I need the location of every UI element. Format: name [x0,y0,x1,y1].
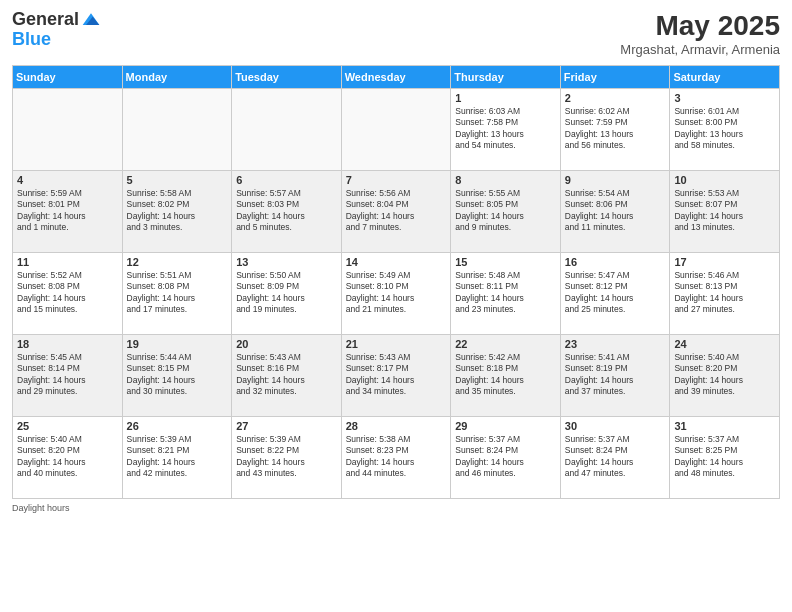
day-number: 1 [455,92,556,104]
day-info: Sunrise: 5:37 AMSunset: 8:24 PMDaylight:… [455,434,556,480]
day-info: Sunrise: 6:01 AMSunset: 8:00 PMDaylight:… [674,106,775,152]
table-row: 9Sunrise: 5:54 AMSunset: 8:06 PMDaylight… [560,171,670,253]
day-info: Sunrise: 5:48 AMSunset: 8:11 PMDaylight:… [455,270,556,316]
day-number: 2 [565,92,666,104]
day-info: Sunrise: 5:38 AMSunset: 8:23 PMDaylight:… [346,434,447,480]
day-number: 28 [346,420,447,432]
header-monday: Monday [122,66,232,89]
table-row: 6Sunrise: 5:57 AMSunset: 8:03 PMDaylight… [232,171,342,253]
day-number: 18 [17,338,118,350]
day-number: 29 [455,420,556,432]
table-row: 31Sunrise: 5:37 AMSunset: 8:25 PMDayligh… [670,417,780,499]
day-info: Sunrise: 5:50 AMSunset: 8:09 PMDaylight:… [236,270,337,316]
calendar-week-row: 11Sunrise: 5:52 AMSunset: 8:08 PMDayligh… [13,253,780,335]
table-row: 25Sunrise: 5:40 AMSunset: 8:20 PMDayligh… [13,417,123,499]
table-row: 26Sunrise: 5:39 AMSunset: 8:21 PMDayligh… [122,417,232,499]
day-number: 12 [127,256,228,268]
table-row: 8Sunrise: 5:55 AMSunset: 8:05 PMDaylight… [451,171,561,253]
day-info: Sunrise: 5:49 AMSunset: 8:10 PMDaylight:… [346,270,447,316]
calendar-week-row: 4Sunrise: 5:59 AMSunset: 8:01 PMDaylight… [13,171,780,253]
day-info: Sunrise: 6:02 AMSunset: 7:59 PMDaylight:… [565,106,666,152]
day-number: 8 [455,174,556,186]
day-number: 21 [346,338,447,350]
table-row [13,89,123,171]
day-number: 27 [236,420,337,432]
day-info: Sunrise: 5:37 AMSunset: 8:24 PMDaylight:… [565,434,666,480]
day-info: Sunrise: 5:39 AMSunset: 8:21 PMDaylight:… [127,434,228,480]
table-row: 3Sunrise: 6:01 AMSunset: 8:00 PMDaylight… [670,89,780,171]
header-friday: Friday [560,66,670,89]
day-info: Sunrise: 5:56 AMSunset: 8:04 PMDaylight:… [346,188,447,234]
day-number: 30 [565,420,666,432]
calendar-week-row: 18Sunrise: 5:45 AMSunset: 8:14 PMDayligh… [13,335,780,417]
header-saturday: Saturday [670,66,780,89]
title-block: May 2025 Mrgashat, Armavir, Armenia [620,10,780,57]
day-number: 22 [455,338,556,350]
day-number: 5 [127,174,228,186]
table-row: 27Sunrise: 5:39 AMSunset: 8:22 PMDayligh… [232,417,342,499]
day-info: Sunrise: 5:51 AMSunset: 8:08 PMDaylight:… [127,270,228,316]
day-number: 9 [565,174,666,186]
day-info: Sunrise: 5:43 AMSunset: 8:16 PMDaylight:… [236,352,337,398]
table-row: 28Sunrise: 5:38 AMSunset: 8:23 PMDayligh… [341,417,451,499]
day-info: Sunrise: 5:43 AMSunset: 8:17 PMDaylight:… [346,352,447,398]
day-number: 6 [236,174,337,186]
day-info: Sunrise: 5:47 AMSunset: 8:12 PMDaylight:… [565,270,666,316]
day-number: 19 [127,338,228,350]
table-row: 19Sunrise: 5:44 AMSunset: 8:15 PMDayligh… [122,335,232,417]
logo-icon [81,10,101,30]
header-thursday: Thursday [451,66,561,89]
table-row: 13Sunrise: 5:50 AMSunset: 8:09 PMDayligh… [232,253,342,335]
table-row: 22Sunrise: 5:42 AMSunset: 8:18 PMDayligh… [451,335,561,417]
header-sunday: Sunday [13,66,123,89]
day-info: Sunrise: 5:55 AMSunset: 8:05 PMDaylight:… [455,188,556,234]
table-row: 29Sunrise: 5:37 AMSunset: 8:24 PMDayligh… [451,417,561,499]
location-subtitle: Mrgashat, Armavir, Armenia [620,42,780,57]
day-number: 24 [674,338,775,350]
day-number: 14 [346,256,447,268]
table-row [341,89,451,171]
table-row: 23Sunrise: 5:41 AMSunset: 8:19 PMDayligh… [560,335,670,417]
table-row [232,89,342,171]
day-info: Sunrise: 5:57 AMSunset: 8:03 PMDaylight:… [236,188,337,234]
table-row: 5Sunrise: 5:58 AMSunset: 8:02 PMDaylight… [122,171,232,253]
logo-blue-text: Blue [12,30,101,50]
daylight-label: Daylight hours [12,503,70,513]
day-number: 13 [236,256,337,268]
day-info: Sunrise: 5:39 AMSunset: 8:22 PMDaylight:… [236,434,337,480]
day-number: 26 [127,420,228,432]
header-wednesday: Wednesday [341,66,451,89]
day-number: 17 [674,256,775,268]
day-info: Sunrise: 5:44 AMSunset: 8:15 PMDaylight:… [127,352,228,398]
day-info: Sunrise: 5:40 AMSunset: 8:20 PMDaylight:… [674,352,775,398]
table-row: 18Sunrise: 5:45 AMSunset: 8:14 PMDayligh… [13,335,123,417]
day-info: Sunrise: 5:37 AMSunset: 8:25 PMDaylight:… [674,434,775,480]
table-row [122,89,232,171]
table-row: 1Sunrise: 6:03 AMSunset: 7:58 PMDaylight… [451,89,561,171]
day-number: 23 [565,338,666,350]
day-info: Sunrise: 5:41 AMSunset: 8:19 PMDaylight:… [565,352,666,398]
day-info: Sunrise: 5:54 AMSunset: 8:06 PMDaylight:… [565,188,666,234]
day-info: Sunrise: 5:53 AMSunset: 8:07 PMDaylight:… [674,188,775,234]
calendar-week-row: 25Sunrise: 5:40 AMSunset: 8:20 PMDayligh… [13,417,780,499]
day-info: Sunrise: 5:42 AMSunset: 8:18 PMDaylight:… [455,352,556,398]
day-number: 11 [17,256,118,268]
day-number: 15 [455,256,556,268]
day-info: Sunrise: 5:59 AMSunset: 8:01 PMDaylight:… [17,188,118,234]
footer: Daylight hours [12,503,780,513]
day-info: Sunrise: 6:03 AMSunset: 7:58 PMDaylight:… [455,106,556,152]
month-year-title: May 2025 [620,10,780,42]
table-row: 20Sunrise: 5:43 AMSunset: 8:16 PMDayligh… [232,335,342,417]
table-row: 15Sunrise: 5:48 AMSunset: 8:11 PMDayligh… [451,253,561,335]
day-info: Sunrise: 5:58 AMSunset: 8:02 PMDaylight:… [127,188,228,234]
day-number: 7 [346,174,447,186]
logo: General Blue [12,10,101,50]
logo-general-text: General [12,10,79,30]
header: General Blue May 2025 Mrgashat, Armavir,… [12,10,780,57]
day-info: Sunrise: 5:40 AMSunset: 8:20 PMDaylight:… [17,434,118,480]
table-row: 21Sunrise: 5:43 AMSunset: 8:17 PMDayligh… [341,335,451,417]
table-row: 10Sunrise: 5:53 AMSunset: 8:07 PMDayligh… [670,171,780,253]
day-number: 25 [17,420,118,432]
day-number: 3 [674,92,775,104]
table-row: 7Sunrise: 5:56 AMSunset: 8:04 PMDaylight… [341,171,451,253]
